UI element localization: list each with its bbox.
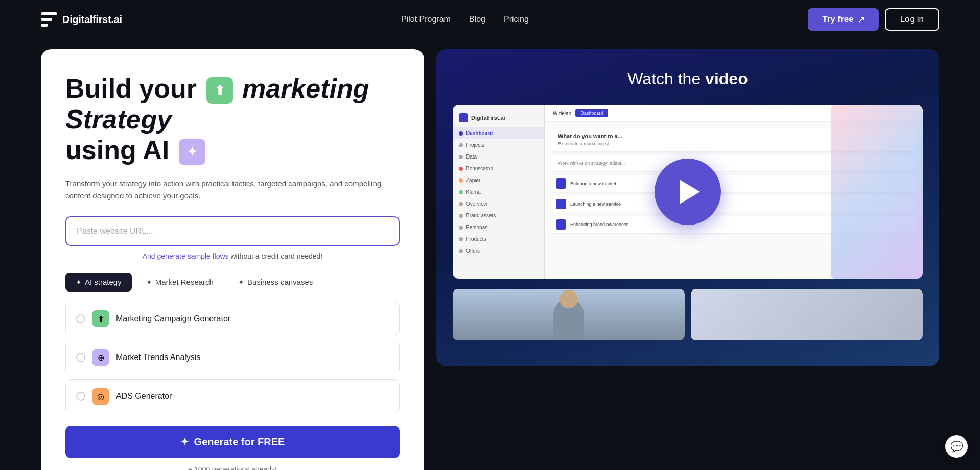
sidebar-item-products[interactable]: Products [453,233,544,245]
list-icon-2 [556,199,566,209]
app-gradient-area [831,105,923,279]
item-icon-trends: ⊕ [92,349,109,366]
generations-text: + 1000 generations already! [65,465,400,470]
nav-blog[interactable]: Blog [469,15,485,24]
sidebar-item-bonuscamp[interactable]: Bonuscamp [453,163,544,174]
item-list: ⬆ Marketing Campaign Generator ⊕ Market … [65,302,400,413]
sample-flows-link[interactable]: And generate sample flows [143,252,229,260]
tab-icon-business: ✦ [238,278,244,286]
app-sidebar-logo: Digitalfirst.ai [453,111,544,127]
tab-label-market: Market Research [155,278,214,286]
sidebar-item-dashboard[interactable]: Dashboard [453,127,544,139]
list-text-2: Launching a new service [570,202,621,207]
svg-rect-0 [41,12,57,15]
app-content-area: What do you want to a... Ex: create a ma… [545,122,923,242]
badge-purple-icon: ✦ [187,145,197,159]
logo-link[interactable]: Digitalfirst.ai [41,12,122,27]
sidebar-item-offers[interactable]: Offers [453,245,544,257]
hero-title: Build your ⬆ marketing Strategy using AI… [65,74,400,165]
app-main-area: Widelab Dashboard What do you want to a.… [545,105,923,279]
tab-ai-strategy[interactable]: ✦ AI strategy [65,273,132,292]
sidebar-item-klarna[interactable]: Klarna [453,186,544,198]
thumbnail-person-1 [453,289,685,340]
item-icon-marketing: ⬆ [92,310,109,327]
list-text-1: Entering a new market [570,181,616,186]
watch-bold: video [705,70,748,88]
chat-widget-icon: 💬 [950,440,963,453]
tab-icon-market: ✦ [146,278,152,286]
play-button[interactable] [655,159,721,225]
try-free-label: Try free [822,14,853,25]
navbar: Digitalfirst.ai Pilot Program Blog Prici… [0,0,980,39]
list-icon-1 [556,178,566,189]
item-radio-1 [76,314,85,323]
arrow-icon: ↗ [858,15,865,25]
item-label-3: ADS Generator [116,392,172,401]
logo-text: Digitalfirst.ai [62,14,122,26]
hero-description: Transform your strategy into action with… [65,177,400,202]
generate-label: Generate for FREE [194,436,285,448]
login-button[interactable]: Log in [885,8,939,31]
hero-title-part3: using AI [65,135,169,165]
sidebar-item-zapier[interactable]: Zapier [453,174,544,186]
watch-title: Watch the video [627,70,748,88]
svg-rect-1 [41,18,52,21]
tabs-row: ✦ AI strategy ✦ Market Research ✦ Busine… [65,273,400,292]
item-radio-3 [76,392,85,401]
item-icon-symbol-2: ⊕ [98,353,104,363]
item-row-ads-generator[interactable]: ◎ ADS Generator [65,379,400,413]
thumbnail-1[interactable] [453,289,685,340]
sidebar-item-data[interactable]: Data [453,151,544,163]
nav-actions: Try free ↗ Log in [808,8,939,31]
person-silhouette-1 [553,299,584,340]
tab-business-canvases[interactable]: ✦ Business canvases [228,273,323,292]
url-input[interactable] [68,219,396,243]
person-head-1 [559,290,578,308]
item-icon-ads: ◎ [92,388,109,405]
thumbnail-bg-2 [691,289,923,340]
url-input-container [65,216,400,246]
logo-dot [459,113,468,122]
nav-pricing[interactable]: Pricing [504,15,529,24]
app-tab-widelab: Widelab [553,110,571,116]
right-panel: Watch the video Digitalfirst.ai Dashboar… [436,49,939,366]
tab-icon-ai: ✦ [76,278,82,286]
nav-pilot-program[interactable]: Pilot Program [401,15,451,24]
logo-icon [41,12,57,27]
chat-widget[interactable]: 💬 [945,435,968,458]
sparkle-icon: ✦ [180,436,189,448]
app-screenshot: Digitalfirst.ai Dashboard Projects [453,105,923,279]
item-row-marketing-campaign[interactable]: ⬆ Marketing Campaign Generator [65,302,400,335]
try-free-button[interactable]: Try free ↗ [808,8,878,31]
sidebar-item-brand[interactable]: Brand assets [453,210,544,221]
svg-rect-2 [41,24,48,27]
no-cc-text: without a credit card needed! [230,252,322,260]
item-label-1: Marketing Campaign Generator [116,314,230,323]
item-row-market-trends[interactable]: ⊕ Market Trends Analysis [65,341,400,374]
item-radio-2 [76,353,85,362]
item-icon-symbol-1: ⬆ [98,314,104,324]
sidebar-item-projects[interactable]: Projects [453,139,544,151]
app-sidebar: Digitalfirst.ai Dashboard Projects [453,105,545,279]
thumbnail-2[interactable] [691,289,923,340]
sample-flows-text: And generate sample flows without a cred… [65,252,400,260]
main-content: Build your ⬆ marketing Strategy using AI… [0,39,980,470]
tab-label-ai: AI strategy [85,278,122,286]
video-preview-container: Digitalfirst.ai Dashboard Projects [453,105,923,340]
list-icon-3 [556,219,566,230]
hero-title-part1: Build your [65,74,197,103]
watch-normal: Watch the [627,70,701,88]
tab-market-research[interactable]: ✦ Market Research [136,273,224,292]
list-text-3: Enhancing brand awareness [570,222,628,227]
sidebar-item-overview[interactable]: Overview [453,198,544,210]
sidebar-item-personas[interactable]: Personas [453,221,544,233]
badge-purple: ✦ [179,139,205,165]
left-panel: Build your ⬆ marketing Strategy using AI… [41,49,424,470]
generate-button[interactable]: ✦ Generate for FREE [65,426,400,458]
app-tab-dashboard[interactable]: Dashboard [575,109,608,117]
bottom-thumbnails [453,289,923,340]
badge-green-icon: ⬆ [215,83,225,98]
nav-links: Pilot Program Blog Pricing [401,15,529,24]
badge-green: ⬆ [206,77,233,104]
sidebar-logo-text: Digitalfirst.ai [471,115,505,121]
